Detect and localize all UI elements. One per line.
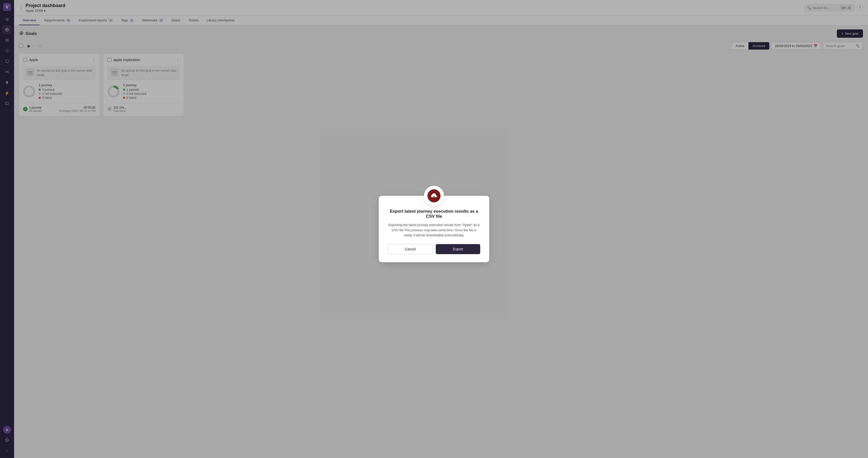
modal-icon-wrapper [424,186,444,206]
export-button[interactable]: Export [436,244,480,254]
cancel-button[interactable]: Cancel [388,244,433,254]
export-icon [428,189,440,202]
modal-icon-circle [424,186,444,206]
export-modal: Export latest journey execution results … [379,196,489,262]
modal-body: Exporting the latest journey execution r… [388,223,480,238]
modal-title: Export latest journey execution results … [388,209,480,219]
modal-actions: Cancel Export [388,244,480,254]
modal-overlay[interactable]: Export latest journey execution results … [0,0,868,458]
